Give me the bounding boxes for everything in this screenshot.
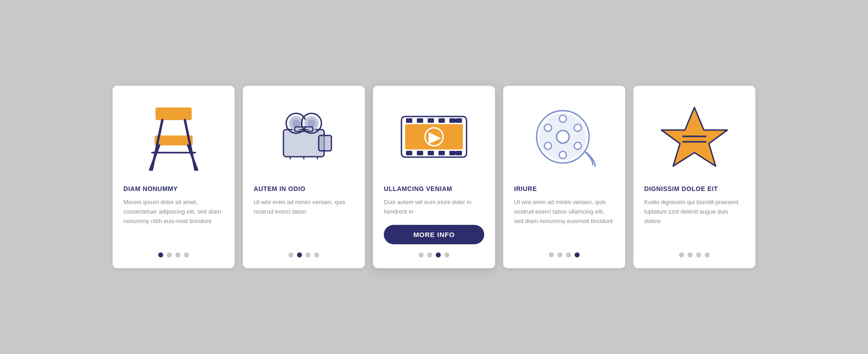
dot	[306, 252, 311, 257]
star-icon	[660, 104, 728, 172]
film-reel-icon	[530, 106, 598, 169]
card-4-dots	[549, 252, 580, 257]
card-star: DIGNISSIM DOLOE EIT Kodio dignissim qui …	[633, 86, 755, 268]
svg-rect-30	[406, 151, 412, 155]
dot	[549, 252, 554, 257]
svg-point-43	[574, 124, 581, 131]
svg-point-45	[559, 151, 566, 158]
card-2-text: Ut wisi enim ad minim veniam, quis nostr…	[254, 198, 354, 244]
film-reel-icon-area	[514, 99, 614, 176]
card-5-title: DIGNISSIM DOLOE EIT	[644, 185, 718, 192]
svg-rect-25	[417, 118, 423, 123]
card-5-dots	[679, 252, 710, 257]
dot	[314, 252, 319, 257]
dot	[158, 252, 163, 257]
dot	[184, 252, 189, 257]
dot	[297, 252, 302, 257]
svg-rect-32	[428, 151, 434, 155]
dot	[427, 252, 432, 257]
svg-point-13	[292, 119, 300, 127]
card-1-title: DIAM NONUMMY	[123, 185, 178, 192]
dot	[679, 252, 684, 257]
dot	[175, 252, 180, 257]
svg-rect-24	[406, 118, 412, 123]
svg-rect-1	[155, 135, 193, 145]
star-icon-area	[644, 99, 745, 176]
svg-rect-29	[456, 118, 462, 123]
film-strip-icon-area	[384, 99, 484, 176]
svg-point-41	[557, 130, 569, 143]
svg-rect-34	[449, 151, 456, 155]
svg-line-8	[185, 120, 188, 135]
card-2-title: AUTEM IN ODIO	[254, 185, 306, 192]
card-director-chair: DIAM NONUMMY Morem ipsum dolor sit amet,…	[113, 86, 235, 268]
dot	[419, 252, 424, 257]
card-film-reel: IRIURE Ut wisi enim ad minim veniam, qui…	[503, 86, 625, 268]
camera-icon-area	[254, 99, 354, 176]
svg-point-42	[559, 115, 566, 122]
svg-rect-0	[156, 107, 192, 120]
card-5-text: Kodio dignissim qui blandit praesent lup…	[644, 198, 745, 244]
dot	[688, 252, 693, 257]
svg-rect-18	[320, 136, 330, 150]
svg-point-46	[544, 142, 552, 149]
dot	[566, 252, 571, 257]
dot	[444, 252, 449, 257]
svg-point-16	[307, 119, 316, 127]
dot	[167, 252, 172, 257]
svg-rect-26	[428, 118, 434, 123]
svg-rect-28	[449, 118, 456, 123]
film-strip-icon	[398, 108, 470, 167]
director-chair-icon	[142, 103, 205, 173]
svg-point-47	[544, 124, 552, 131]
card-1-dots	[158, 252, 189, 257]
svg-rect-27	[439, 118, 445, 123]
svg-line-7	[159, 120, 162, 135]
svg-rect-10	[284, 130, 323, 156]
dot	[575, 252, 580, 257]
more-info-button[interactable]: MORE INFO	[384, 225, 484, 244]
cards-container: DIAM NONUMMY Morem ipsum dolor sit amet,…	[85, 68, 783, 286]
svg-point-44	[574, 142, 581, 149]
card-4-text: Ut wisi enim ad minim veniam, quis nostr…	[514, 198, 614, 244]
dot	[436, 252, 441, 257]
card-3-title: ULLAMCING VENIAM	[384, 185, 452, 192]
card-2-dots	[288, 252, 319, 257]
svg-rect-33	[439, 151, 445, 155]
card-camera: AUTEM IN ODIO Ut wisi enim ad minim veni…	[243, 86, 365, 268]
director-chair-icon-area	[123, 99, 224, 176]
card-3-text: Duis autem vel eum iriure dolor in hendr…	[384, 198, 484, 217]
dot	[705, 252, 710, 257]
card-film-strip: ULLAMCING VENIAM Duis autem vel eum iriu…	[373, 86, 495, 268]
svg-rect-31	[417, 151, 423, 155]
card-3-dots	[419, 252, 449, 257]
camera-icon	[270, 106, 338, 169]
dot	[288, 252, 293, 257]
card-1-text: Morem ipsum dolor sit amet, consectetuer…	[123, 198, 224, 244]
svg-rect-35	[456, 151, 462, 155]
card-4-title: IRIURE	[514, 185, 537, 192]
dot	[557, 252, 562, 257]
dot	[696, 252, 701, 257]
